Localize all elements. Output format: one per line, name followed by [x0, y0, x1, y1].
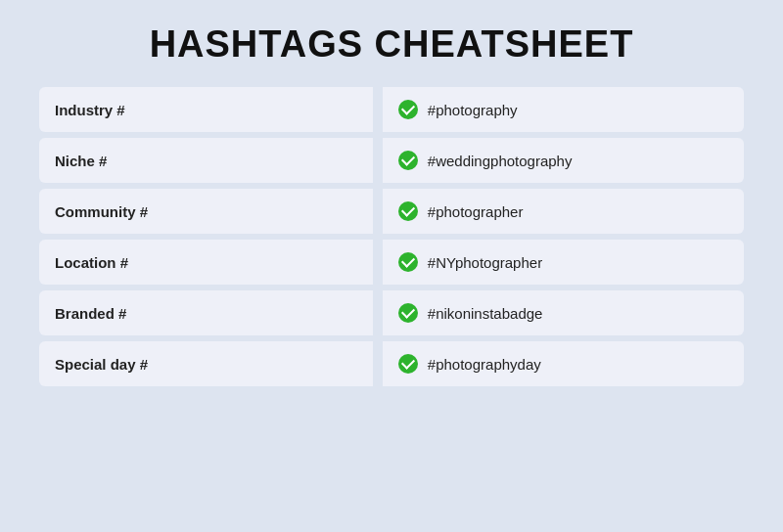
- cell-label-3: Location #: [39, 240, 373, 285]
- cell-label-2: Community #: [39, 189, 373, 234]
- cell-label-4: Branded #: [39, 290, 373, 335]
- check-icon: [398, 151, 418, 170]
- cell-hashtag-0: #photography: [383, 87, 744, 132]
- label-text: Special day #: [55, 356, 148, 373]
- table-row: Industry ##photography: [39, 87, 744, 132]
- check-icon: [398, 354, 418, 374]
- table-row: Special day ##photographyday: [39, 341, 744, 386]
- cell-hashtag-5: #photographyday: [383, 341, 744, 386]
- table-row: Community ##photographer: [39, 189, 744, 234]
- label-text: Branded #: [55, 305, 126, 322]
- cell-label-0: Industry #: [39, 87, 373, 132]
- hashtag-text: #photography: [428, 102, 518, 118]
- page-title: HASHTAGS CHEATSHEET: [150, 23, 634, 66]
- cell-label-1: Niche #: [39, 138, 373, 183]
- label-text: Niche #: [55, 153, 107, 169]
- check-icon: [398, 303, 418, 323]
- cell-hashtag-3: #NYphotographer: [383, 240, 744, 285]
- label-text: Community #: [55, 203, 148, 220]
- check-icon: [398, 100, 418, 119]
- hashtag-text: #photographyday: [428, 356, 541, 373]
- cell-label-5: Special day #: [39, 341, 373, 386]
- cell-hashtag-4: #nikoninstabadge: [383, 290, 744, 335]
- hashtags-table: Industry ##photographyNiche ##weddingpho…: [39, 87, 744, 392]
- check-icon: [398, 252, 418, 272]
- table-row: Location ##NYphotographer: [39, 240, 744, 285]
- hashtag-text: #NYphotographer: [428, 254, 542, 271]
- cell-hashtag-1: #weddingphotography: [383, 138, 744, 183]
- hashtag-text: #nikoninstabadge: [428, 305, 543, 322]
- table-row: Branded ##nikoninstabadge: [39, 290, 744, 335]
- label-text: Industry #: [55, 102, 125, 118]
- hashtag-text: #weddingphotography: [428, 153, 573, 169]
- label-text: Location #: [55, 254, 128, 271]
- check-icon: [398, 201, 418, 221]
- cell-hashtag-2: #photographer: [383, 189, 744, 234]
- hashtag-text: #photographer: [428, 203, 524, 220]
- table-row: Niche ##weddingphotography: [39, 138, 744, 183]
